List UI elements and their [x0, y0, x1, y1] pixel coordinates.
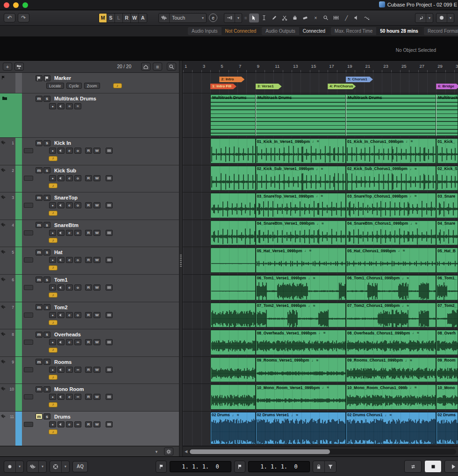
mute-tool[interactable]: × — [311, 14, 321, 22]
marker-5-chorus1[interactable]: 5: Chorus1 — [346, 77, 373, 82]
record-enable-button[interactable]: ● — [49, 339, 56, 345]
lock-filter-group[interactable] — [313, 461, 336, 473]
audio-event[interactable]: 10_Mono_Room_Verse1_099bpm♩ ≈ — [256, 384, 346, 410]
read-automation-button[interactable]: R — [85, 367, 92, 373]
freeze-button[interactable]: o — [74, 284, 81, 291]
input-slot[interactable] — [24, 176, 33, 181]
monitor-button[interactable] — [57, 175, 64, 181]
channel-config-button[interactable] — [106, 367, 113, 373]
drums-event[interactable]: 02 Drums Chorus1♩ ≈ — [346, 412, 436, 444]
musical-mode-button[interactable]: ♪ — [113, 83, 122, 88]
stop-button[interactable] — [424, 460, 442, 473]
metronome-dropdown[interactable]: ▾ — [50, 461, 70, 473]
read-automation-button[interactable]: R — [85, 202, 92, 208]
solo-button[interactable]: s — [43, 277, 50, 283]
musical-mode-button[interactable]: ♪ — [49, 348, 57, 353]
locate-right-button[interactable] — [234, 461, 245, 473]
maximize-button[interactable] — [22, 2, 28, 8]
audio-event[interactable] — [210, 330, 256, 355]
audio-event[interactable]: 09_Room♩ ≈ — [436, 357, 458, 383]
line-tool[interactable]: ╱ — [342, 14, 351, 22]
monitor-button[interactable] — [57, 339, 64, 345]
audio-event[interactable]: 09_Rooms_Verse1_099bpm♩ ≈ — [256, 357, 346, 383]
track-row-kick-in[interactable]: 1msKick In●eoRW♪ — [0, 138, 179, 165]
audio-event[interactable] — [210, 248, 256, 273]
drums-event[interactable]: 02 Drums Verse1♩ ≈ — [256, 412, 346, 444]
marker-2-intro[interactable]: 2: Intro — [219, 77, 244, 82]
track-row-overheads[interactable]: 8msOverheads●e∞RW♪ — [0, 329, 179, 357]
musical-mode-button[interactable]: ♪ — [49, 265, 57, 270]
folder-track-row[interactable]: msMultitrack Drums●=≈ — [0, 93, 179, 138]
solo-button[interactable]: s — [43, 359, 50, 365]
edit-channel-button[interactable]: e — [66, 148, 73, 154]
audio-event[interactable]: 04_SnareBtm_Verse1_099bpm♩ ≈ — [256, 220, 346, 246]
read-automation-button[interactable]: R — [85, 421, 92, 427]
redo-button[interactable]: ↷ — [18, 13, 29, 22]
add-cycle-marker-button[interactable] — [43, 75, 50, 81]
channel-config-button[interactable] — [106, 394, 113, 400]
audio-event[interactable] — [210, 384, 256, 410]
read-automation-button[interactable]: R — [85, 394, 92, 400]
channel-config-button[interactable] — [106, 421, 113, 427]
freeze-button[interactable]: o — [74, 175, 81, 181]
mute-button[interactable]: m — [36, 413, 43, 419]
add-marker-button[interactable] — [36, 75, 43, 81]
solo-button[interactable]: s — [43, 304, 50, 310]
autoscroll-dropdown[interactable]: ▾ — [224, 13, 242, 23]
collapse-icon[interactable]: ▾ — [155, 449, 157, 454]
write-automation-button[interactable]: W — [93, 230, 100, 236]
audio-event[interactable]: 02_Kick_Sub_Chorus1_099bpm♩ ≈ — [346, 166, 436, 191]
edit-channel-button[interactable]: e — [66, 202, 73, 208]
audio-event[interactable]: 09_Rooms_Chorus1_099bpm♩ ≈ — [346, 357, 436, 383]
input-slot[interactable] — [24, 394, 33, 399]
audio-event[interactable]: 10_Mono♩ ≈ — [436, 384, 458, 410]
write-automation-button[interactable]: W — [93, 257, 100, 263]
play-tool[interactable] — [352, 14, 362, 22]
channel-config-button[interactable] — [106, 257, 113, 263]
record-enable-button[interactable]: ● — [49, 421, 56, 427]
record-enable-button[interactable]: ● — [49, 312, 56, 318]
track-visibility-button[interactable] — [141, 63, 150, 71]
mute-button[interactable]: m — [36, 96, 43, 102]
edit-channel-button[interactable]: e — [66, 421, 73, 427]
erase-tool[interactable] — [301, 14, 310, 22]
audio-quantize-button[interactable]: AQ — [72, 461, 88, 472]
musical-mode-button[interactable]: ♪ — [49, 156, 57, 161]
audio-event[interactable]: 02_Kick_S♩ ≈ — [436, 166, 458, 191]
global-s-button[interactable]: S — [107, 14, 115, 22]
comp-tool[interactable] — [331, 14, 341, 22]
global-w-button[interactable]: W — [131, 14, 139, 22]
channel-config-button[interactable] — [106, 284, 113, 291]
mute-button[interactable]: m — [36, 222, 43, 228]
draw-tool[interactable] — [270, 14, 279, 22]
audio-event[interactable] — [210, 166, 256, 191]
edit-channel-button[interactable]: e — [66, 339, 73, 345]
track-row-tom2[interactable]: 7msTom2●eoRW♪ — [0, 302, 179, 330]
solo-button[interactable]: s — [43, 140, 50, 146]
track-row-snarebtm[interactable]: 4msSnareBtm●eoRW♪ — [0, 220, 179, 248]
marker-3-verse1[interactable]: 3: Verse1 — [256, 84, 282, 89]
divider-handle[interactable] — [180, 255, 182, 268]
marker-track-row[interactable]: MarkerLocateCycleZoom♪ — [0, 73, 179, 93]
monitor-button[interactable] — [57, 257, 64, 263]
mute-button[interactable]: m — [36, 140, 43, 146]
marker-6-bridge[interactable]: 6: Bridge — [436, 84, 458, 89]
solo-button[interactable]: s — [43, 222, 50, 228]
audio-event[interactable]: 05_Hat_Chorus1_099bpm♩ ≈ — [346, 248, 436, 273]
object-selection-tool[interactable] — [249, 14, 259, 22]
folder-event[interactable]: Multitrack Drums — [210, 94, 256, 136]
mute-button[interactable]: m — [36, 249, 43, 256]
read-automation-button[interactable]: R — [85, 257, 92, 263]
record-enable-button[interactable]: ● — [49, 257, 56, 263]
snap-type-dropdown[interactable]: ▾ — [415, 13, 433, 23]
track-row-drums[interactable]: 11msDrums●e∞RW♪ — [0, 412, 179, 446]
audio-event[interactable]: 03_SnareTop_Chorus1_099bpm♩ ≈ — [346, 193, 436, 218]
track-row-kick-sub[interactable]: 2msKick Sub●eoRW♪ — [0, 165, 179, 193]
input-slot[interactable] — [24, 313, 33, 318]
input-slot[interactable] — [24, 257, 33, 263]
solo-button[interactable]: s — [43, 249, 50, 256]
audio-event[interactable]: 04_SnareBtm_Chorus1_099bpm♩ ≈ — [346, 220, 436, 246]
audio-event[interactable]: 07_Tom2_♩ ≈ — [436, 303, 458, 328]
audio-event[interactable]: 08_Overheads_Verse1_099bpm♩ ≈ — [256, 330, 346, 355]
close-button[interactable] — [4, 2, 9, 8]
